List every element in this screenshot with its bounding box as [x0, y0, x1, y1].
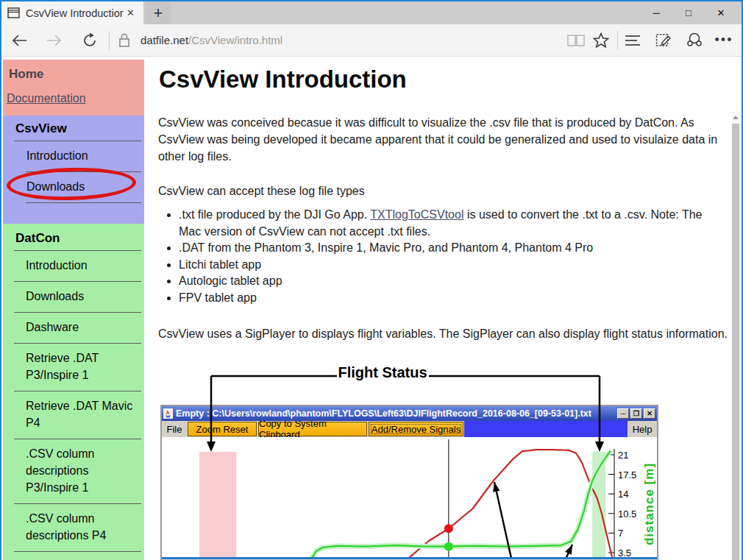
sigplayer-figure: Flight Status Empty : C:\Users\rowland\p…	[158, 362, 667, 560]
page-scrollbar[interactable]	[731, 112, 740, 560]
sidebar-item-downloads[interactable]: Downloads	[14, 282, 141, 313]
web-note-icon[interactable]	[655, 32, 672, 49]
tab-title: CsvView Introduction	[26, 7, 124, 19]
sigplayer-paragraph: CsvView uses a SigPlayer to displays fli…	[158, 325, 728, 342]
tab-close-icon[interactable]: ✕	[124, 7, 138, 18]
hub-icon[interactable]	[624, 32, 641, 49]
sidebar-section-title-datcon[interactable]: DatCon	[14, 228, 141, 251]
menubar-filler	[464, 421, 628, 437]
flight-chart: 2117.51410.573.5	[162, 437, 657, 559]
page-content: HomeDocumentation CsvViewIntroductionDow…	[1, 57, 742, 560]
y-tick-label: 10.5	[618, 508, 636, 520]
sigplayer-window: Empty : C:\Users\rowland\phantom\FLYLOGS…	[160, 405, 658, 560]
url-path: /CsvView/intro.html	[188, 34, 282, 46]
lock-icon	[115, 32, 133, 49]
sidebar-item--csv-column-descriptions-p4[interactable]: .CSV column descriptions P4	[14, 504, 141, 552]
sidebar-item-dashware[interactable]: Dashware	[14, 313, 141, 344]
filetype-item-3: Autologic tablet app	[179, 273, 728, 290]
y-tick-label: 21	[618, 450, 628, 461]
share-icon[interactable]	[686, 32, 703, 49]
add-remove-signals-button[interactable]: Add/Remove Signals	[369, 422, 463, 436]
tab-csvview-introduction[interactable]: CsvView Introduction ✕	[1, 1, 143, 24]
sigplayer-menubar: File Zoom Reset Copy to System Clipboard…	[162, 421, 657, 437]
sidebar-item--csv-column-descriptions-mavic-pro[interactable]: .CSV column descriptions Mavic Pro	[14, 552, 141, 560]
cursor-dot-green	[444, 542, 453, 551]
toolbar-divider	[109, 31, 110, 50]
sigplayer-close-icon[interactable]: ✕	[644, 408, 655, 419]
sidebar-item--csv-column-descriptions-p3-inspire-1[interactable]: .CSV column descriptions P3/Inspire 1	[14, 439, 141, 504]
sigplayer-chart-area: 2117.51410.573.5 distance [m]	[162, 437, 657, 559]
filetype-item-4: FPV tablet app	[179, 290, 728, 307]
y-tick-label: 17.5	[618, 469, 636, 481]
sidebar-item-introduction[interactable]: Introduction	[14, 251, 141, 282]
java-cup-icon	[163, 408, 173, 419]
chart-bottom-border	[162, 557, 657, 559]
window-close-icon[interactable]: ✕	[705, 7, 737, 18]
toolbar-divider	[617, 31, 618, 50]
sigplayer-titlebar: Empty : C:\Users\rowland\phantom\FLYLOGS…	[162, 406, 657, 421]
tab-strip: CsvView Introduction ✕ + ─ □ ✕	[1, 1, 742, 24]
sigplayer-minimize-icon[interactable]: ─	[617, 408, 629, 419]
distance-axis-label: distance [m]	[642, 453, 657, 556]
url-host: datfile.net	[141, 34, 188, 46]
reading-view-icon[interactable]	[567, 32, 585, 49]
sidebar-section-csvview: CsvViewIntroductionDownloads	[3, 116, 144, 224]
scrollbar-up-icon[interactable]	[733, 114, 739, 120]
forward-icon[interactable]	[46, 32, 63, 49]
browser-window: CsvView Introduction ✕ + ─ □ ✕ datfile.n…	[0, 0, 743, 560]
address-bar[interactable]: datfile.net/CsvView/intro.html	[141, 34, 282, 46]
scrollbar-thumb[interactable]	[732, 124, 739, 560]
page-title: CsvView Introduction	[159, 65, 728, 94]
browser-toolbar: datfile.net/CsvView/intro.html •••	[1, 24, 742, 57]
distance-green-halo	[311, 451, 611, 559]
refresh-icon[interactable]	[81, 32, 99, 49]
copy-clipboard-button[interactable]: Copy to System Clipboard	[258, 422, 367, 436]
page-favicon-icon	[7, 7, 20, 18]
filetypes-paragraph: CsvView can accept these log file types	[158, 182, 728, 199]
zoom-reset-button[interactable]: Zoom Reset	[188, 422, 257, 436]
txtlogtocsvtool-link[interactable]: TXTlogToCSVtool	[370, 208, 463, 221]
sigplayer-window-buttons: ─ ❐ ✕	[617, 408, 655, 419]
main-content: CsvView Introduction CsvView was conceiv…	[158, 57, 728, 342]
more-options-icon[interactable]: •••	[715, 32, 733, 49]
cursor-dot-red	[444, 524, 453, 533]
flight-status-label: Flight Status	[336, 364, 429, 381]
sidebar-item-introduction[interactable]: Introduction	[26, 141, 141, 172]
filetype-list: .txt file produced by the DJI Go App. TX…	[166, 207, 728, 306]
sidebar-nav: HomeDocumentation CsvViewIntroductionDow…	[3, 60, 144, 560]
sigplayer-maximize-icon[interactable]: ❐	[630, 408, 642, 419]
intro-paragraph: CsvView was conceived becasue it was dif…	[158, 114, 728, 165]
sidebar-item-downloads[interactable]: Downloads	[26, 172, 141, 203]
filetype-item-1: .DAT from the Phantom 3, Inspire 1, Mavi…	[179, 240, 728, 257]
sidebar-item-retrieve-dat-mavic-p4[interactable]: Retrieve .DAT Mavic P4	[14, 391, 141, 439]
sidebar-section-datcon: DatConIntroductionDownloadsDashwareRetri…	[3, 224, 144, 560]
file-menu[interactable]: File	[162, 421, 187, 437]
filetype-item-0: .txt file produced by the DJI Go App. TX…	[179, 207, 728, 240]
sidebar-item-documentation[interactable]: Documentation	[3, 86, 144, 107]
sidebar-item-home[interactable]: Home	[3, 65, 144, 86]
sidebar-section-title-csvview[interactable]: CsvView	[14, 118, 141, 141]
sigplayer-title-text: Empty : C:\Users\rowland\phantom\FLYLOGS…	[176, 408, 617, 419]
help-menu[interactable]: Help	[628, 421, 657, 437]
window-controls: ─ □ ✕	[640, 1, 737, 24]
window-minimize-icon[interactable]: ─	[640, 7, 672, 18]
sidebar-top-section: HomeDocumentation	[3, 60, 144, 116]
chart-band-0	[199, 452, 236, 557]
sidebar-item-retrieve-dat-p3-inspire-1[interactable]: Retrieve .DAT P3/Inspire 1	[14, 344, 141, 391]
y-tick-label: 14	[618, 489, 628, 500]
new-tab-button[interactable]: +	[146, 1, 171, 24]
filetype-item-2: Litchi tablet app	[179, 257, 728, 274]
window-maximize-icon[interactable]: □	[672, 7, 705, 18]
y-tick-label: 7	[618, 528, 623, 539]
favorites-star-icon[interactable]	[592, 32, 610, 49]
back-icon[interactable]	[10, 32, 28, 49]
